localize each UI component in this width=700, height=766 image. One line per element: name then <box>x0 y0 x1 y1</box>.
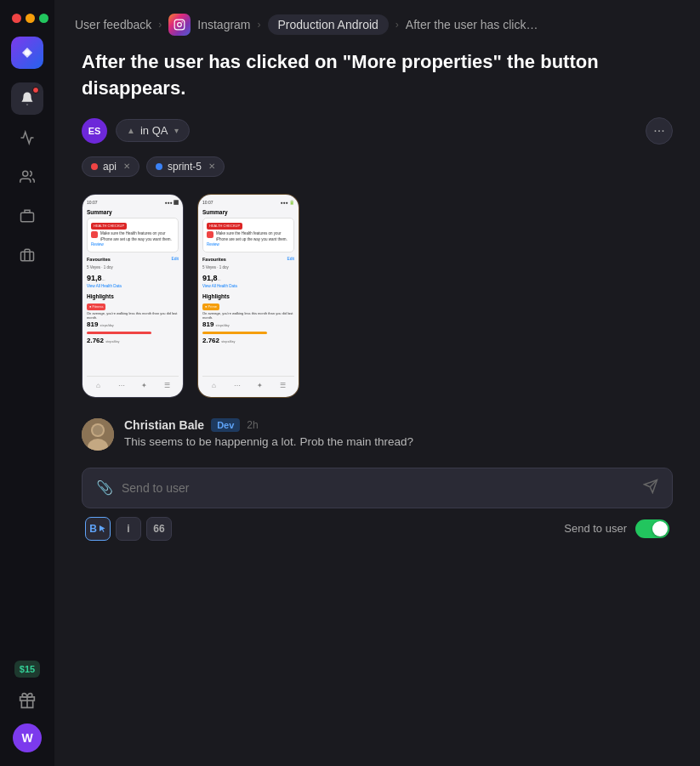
toolbar-right: Send to user <box>564 519 669 538</box>
svg-point-0 <box>25 50 30 55</box>
users-icon <box>20 169 35 184</box>
screenshot-2[interactable]: 10:07 ●●● 🔋 Summary HEALTH CHECKUP Make … <box>197 194 299 398</box>
svg-point-8 <box>182 21 183 22</box>
sidebar-item-chart[interactable] <box>11 122 43 154</box>
more-options-button[interactable]: ··· <box>646 117 673 145</box>
close-dot[interactable] <box>12 14 21 23</box>
screenshot-1[interactable]: 10:07 ●●● ⬛ Summary HEALTH CHECKUP Make … <box>82 194 184 398</box>
user-avatar[interactable]: W <box>13 723 42 752</box>
quote-label: 66 <box>153 523 164 535</box>
dev-badge: Dev <box>211 418 240 432</box>
window-controls <box>0 14 48 23</box>
minimize-dot[interactable] <box>26 14 35 23</box>
toggle-knob <box>652 521 668 536</box>
tag-api[interactable]: api ✕ <box>82 156 139 177</box>
instagram-icon <box>168 14 191 36</box>
meta-row: ES ▲ in QA ▾ ··· <box>82 117 673 145</box>
sidebar-item-briefcase[interactable] <box>11 239 43 271</box>
reply-input[interactable] <box>122 481 635 495</box>
svg-point-12 <box>93 425 103 435</box>
briefcase-icon <box>20 247 35 263</box>
breadcrumb-sep-2: › <box>258 19 261 31</box>
breadcrumb-sep-1: › <box>158 19 162 31</box>
svg-point-1 <box>23 171 28 176</box>
send-to-user-toggle[interactable] <box>635 519 669 538</box>
svg-point-7 <box>178 23 182 27</box>
sidebar-item-notifications[interactable] <box>11 82 43 115</box>
breadcrumb-production-android[interactable]: Production Android <box>268 14 389 35</box>
assignee-avatar[interactable]: ES <box>82 118 107 144</box>
notification-badge <box>32 87 39 94</box>
tag-sprint-label: sprint-5 <box>168 161 202 173</box>
sidebar-item-users[interactable] <box>11 161 43 193</box>
toolbar-row: B i 66 Send to user <box>82 517 673 541</box>
gift-button[interactable] <box>11 684 43 717</box>
maximize-dot[interactable] <box>39 14 48 23</box>
tag-api-label: api <box>103 161 117 173</box>
sidebar: $15 W <box>0 0 54 766</box>
bold-label: B <box>89 523 97 535</box>
send-to-user-label: Send to user <box>564 522 627 535</box>
main-content: User feedback › Instagram › Production A… <box>54 0 700 766</box>
issue-title: After the user has clicked on "More prop… <box>82 49 673 102</box>
breadcrumb-instagram[interactable]: Instagram <box>197 18 250 31</box>
status-label: in QA <box>140 124 168 137</box>
screenshots: 10:07 ●●● ⬛ Summary HEALTH CHECKUP Make … <box>82 194 673 398</box>
status-arrow-icon: ▲ <box>127 126 135 135</box>
chevron-down-icon: ▾ <box>174 126 179 135</box>
comment-body: Christian Bale Dev 2h This seems to be h… <box>124 418 413 448</box>
comment-text: This seems to be happennig a lot. Prob t… <box>124 435 413 448</box>
notifications-icon <box>20 91 35 106</box>
price-badge[interactable]: $15 <box>14 661 40 678</box>
team-icon <box>20 208 35 224</box>
svg-rect-2 <box>21 213 34 222</box>
comment-time: 2h <box>247 419 258 431</box>
tag-api-close[interactable]: ✕ <box>123 162 130 171</box>
breadcrumb-user-feedback[interactable]: User feedback <box>75 18 151 31</box>
status-badge[interactable]: ▲ in QA ▾ <box>116 119 190 142</box>
send-button[interactable] <box>643 479 658 497</box>
svg-marker-15 <box>100 525 105 532</box>
tag-sprint-dot <box>156 163 162 170</box>
tag-api-dot <box>91 163 98 170</box>
toolbar-left: B i 66 <box>85 517 172 541</box>
svg-rect-3 <box>21 252 34 261</box>
issue-content: After the user has clicked on "More prop… <box>54 49 700 766</box>
gift-icon <box>19 692 36 709</box>
bold-button[interactable]: B <box>85 517 111 541</box>
quote-button[interactable]: 66 <box>146 517 172 541</box>
reply-input-wrap[interactable]: 📎 <box>82 468 673 508</box>
chart-icon <box>20 130 35 145</box>
tags-row: api ✕ sprint-5 ✕ <box>82 156 673 177</box>
attachment-icon[interactable]: 📎 <box>96 479 113 496</box>
comment-author: Christian Bale <box>124 418 204 432</box>
cursor-icon <box>98 525 106 533</box>
tag-sprint-close[interactable]: ✕ <box>208 162 215 171</box>
breadcrumb-sep-3: › <box>396 19 399 31</box>
tag-sprint[interactable]: sprint-5 ✕ <box>146 156 225 177</box>
comment-avatar-inner <box>82 418 114 451</box>
comment-section: Christian Bale Dev 2h This seems to be h… <box>82 418 673 451</box>
comment-avatar <box>82 418 114 451</box>
app-logo[interactable] <box>11 37 43 69</box>
svg-rect-6 <box>174 20 185 30</box>
italic-label: i <box>127 523 129 535</box>
logo-icon <box>19 44 36 61</box>
breadcrumb-issue[interactable]: After the user has clicked on "More pro.… <box>406 18 542 31</box>
italic-button[interactable]: i <box>116 517 141 541</box>
sidebar-item-team[interactable] <box>11 200 43 232</box>
breadcrumb: User feedback › Instagram › Production A… <box>54 0 700 49</box>
